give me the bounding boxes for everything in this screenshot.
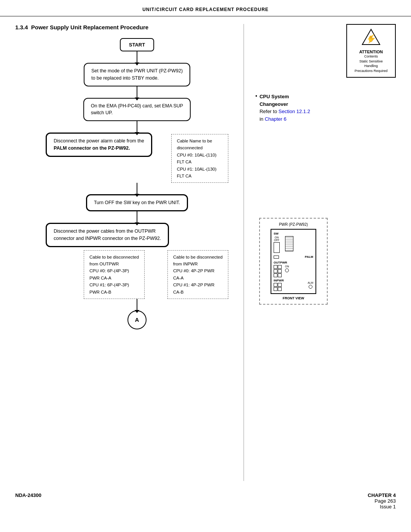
right-column: ⚡ ✋ ATTENTION Contents Static Sensitive … (244, 24, 396, 481)
fc-step5-box: Disconnect the power cables from the OUT… (46, 223, 169, 247)
bullet-text: CPU SystemChangeover Refer to Section 12… (260, 93, 310, 123)
fc-step3-box: Disconnect the power alarm cable from th… (46, 133, 152, 157)
on-circle (285, 268, 289, 272)
fc-step1-box: Set the mode of the PWR UNIT (PZ-PW92)to… (84, 63, 190, 86)
fc-arrow-6 (137, 299, 137, 310)
footer-right: CHAPTER 4 Page 263 Issue 1 (368, 492, 396, 510)
section-title: 1.3.4 Power Supply Unit Replacement Proc… (15, 24, 236, 30)
page-footer: NDA-24300 CHAPTER 4 Page 263 Issue 1 (0, 489, 411, 513)
fc-arrow-5 (137, 211, 137, 223)
svg-text:✋: ✋ (367, 35, 375, 42)
outpwr-label: OUTPWR (274, 261, 313, 264)
attention-body: Contents Static Sensitive Handling Preca… (351, 54, 391, 73)
attention-title: ATTENTION (351, 50, 391, 54)
flowchart: START Set the mode of the PWR UNIT (PZ-P… (15, 38, 236, 329)
off-label: OFF (274, 239, 279, 241)
fc-arrow-4 (137, 183, 137, 194)
fc-terminal-a: A (127, 310, 147, 329)
fc-step3-note: Cable Name to be disconnected CPU #0: 10… (171, 134, 228, 183)
alm-circle (309, 285, 312, 289)
left-column: 1.3.4 Power Supply Unit Replacement Proc… (15, 24, 244, 481)
on-label2: ON (285, 265, 289, 268)
esd-warning-icon: ⚡ ✋ (351, 29, 391, 48)
doc-number: NDA-24300 (15, 492, 41, 510)
issue-label: Issue 1 (368, 504, 396, 510)
palm-label: PALM (305, 255, 313, 259)
attention-box: ⚡ ✋ ATTENTION Contents Static Sensitive … (346, 24, 396, 78)
page-header: UNIT/CIRCUIT CARD REPLACEMENT PROCEDURE (0, 0, 411, 16)
fc-step2-box: On the EMA (PH-PC40) card, set EMA SUPsw… (83, 98, 191, 121)
pwr-title: PWR (PZ-PW92) (264, 222, 323, 227)
fc-arrow-2 (137, 86, 137, 98)
bullet-section: • CPU SystemChangeover Refer to Section … (255, 93, 396, 123)
alm-label: ALM (308, 281, 313, 284)
fc-step5-note2: Cable to be disconnected from INPWR CPU … (167, 250, 228, 299)
on-label: ON (275, 236, 279, 239)
page-label: Page 263 (368, 498, 396, 504)
pwr-diagram-area: PWR (PZ-PW92) SW ON OFF (255, 218, 396, 305)
pwr-diagram: PWR (PZ-PW92) SW ON OFF (259, 218, 328, 305)
front-view-label: FRONT VIEW (264, 296, 323, 300)
sw-label: SW (274, 232, 313, 235)
chapter-link[interactable]: Chapter 6 (265, 116, 287, 122)
fc-arrow-1 (137, 51, 137, 63)
fc-arrow-3 (137, 121, 137, 133)
fc-start-box: START (120, 38, 154, 51)
inpwr-label: INPWR (274, 279, 284, 282)
fc-step5-note1: Cable to be disconnected from OUTPWR CPU… (84, 250, 145, 299)
chapter-label: CHAPTER 4 (368, 492, 396, 498)
bullet-dot: • (255, 93, 257, 99)
section-link[interactable]: Section 12.1.2 (279, 109, 310, 114)
